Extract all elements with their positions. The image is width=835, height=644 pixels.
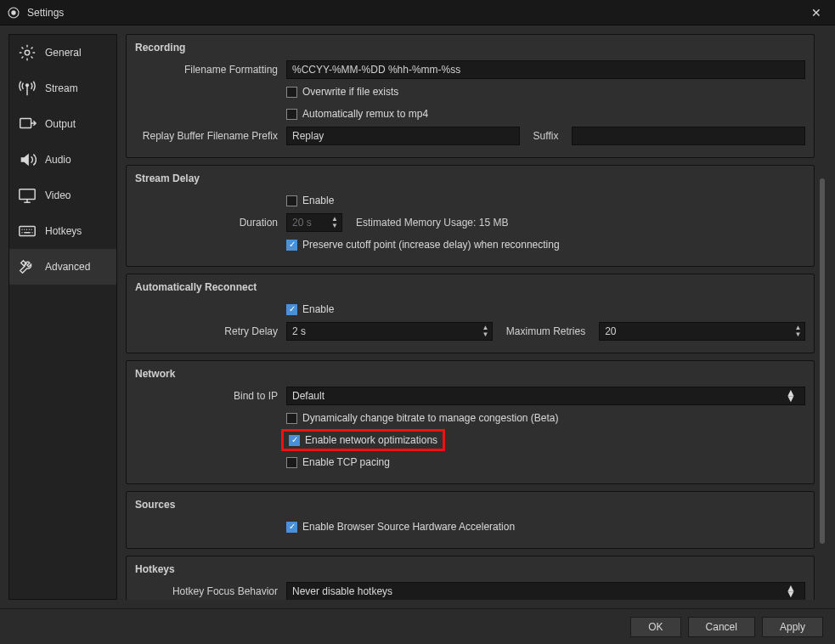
dynamic-bitrate-checkbox[interactable]: Dynamically change bitrate to manage con… <box>286 412 559 424</box>
cancel-button[interactable]: Cancel <box>688 617 755 637</box>
network-section: Network Bind to IP Default▲▼ Dynamically… <box>126 360 815 484</box>
highlighted-option: ✓Enable network optimizations <box>281 429 445 451</box>
sources-section: Sources ✓Enable Browser Source Hardware … <box>126 491 815 549</box>
sidebar-item-general[interactable]: General <box>9 35 116 71</box>
svg-point-1 <box>11 10 15 14</box>
title-bar: Settings ✕ <box>0 0 835 25</box>
replay-prefix-label: Replay Buffer Filename Prefix <box>135 130 286 142</box>
max-retries-label: Maximum Retries <box>499 325 592 337</box>
checkbox-label: Enable <box>302 195 334 206</box>
sidebar-item-label: Video <box>45 189 71 201</box>
sidebar-item-label: Stream <box>45 82 78 94</box>
filename-formatting-input[interactable] <box>286 60 805 79</box>
retry-delay-label: Retry Delay <box>135 325 286 337</box>
section-title: Network <box>135 368 805 380</box>
replay-prefix-input[interactable] <box>286 127 520 145</box>
stream-delay-enable-checkbox[interactable]: Enable <box>286 195 334 206</box>
monitor-icon <box>18 186 37 205</box>
spinner-arrows-icon[interactable]: ▲▼ <box>792 325 804 338</box>
sidebar-item-hotkeys[interactable]: Hotkeys <box>9 213 116 249</box>
dropdown-arrows-icon: ▲▼ <box>786 585 799 597</box>
app-icon <box>7 6 20 20</box>
section-title: Sources <box>135 499 805 511</box>
gear-icon <box>18 43 37 62</box>
sidebar-item-stream[interactable]: Stream <box>9 71 116 106</box>
duration-spinner[interactable]: ▲▼ <box>286 213 342 232</box>
tools-icon <box>18 257 37 276</box>
hotkey-focus-dropdown[interactable]: Never disable hotkeys▲▼ <box>286 582 805 600</box>
sidebar-item-advanced[interactable]: Advanced <box>9 249 116 285</box>
ok-button[interactable]: OK <box>630 617 680 637</box>
sidebar-item-label: Advanced <box>45 261 90 273</box>
svg-rect-6 <box>20 227 35 236</box>
overwrite-checkbox[interactable]: Overwrite if file exists <box>286 86 398 98</box>
antenna-icon <box>18 79 37 98</box>
reconnect-enable-checkbox[interactable]: ✓Enable <box>286 303 334 315</box>
dialog-footer: OK Cancel Apply <box>0 608 835 644</box>
duration-label: Duration <box>135 217 286 229</box>
section-title: Recording <box>135 42 805 54</box>
suffix-label: Suffix <box>527 130 566 142</box>
checkbox-label: Enable <box>302 303 334 315</box>
sidebar-item-label: Audio <box>45 154 71 166</box>
checkbox-label: Dynamically change bitrate to manage con… <box>302 412 559 424</box>
stream-delay-section: Stream Delay Enable Duration ▲▼ Estimate… <box>126 165 815 267</box>
spinner-arrows-icon[interactable]: ▲▼ <box>479 325 492 338</box>
hotkey-focus-label: Hotkey Focus Behavior <box>135 585 286 597</box>
audio-icon <box>18 150 37 169</box>
max-retries-spinner[interactable]: ▲▼ <box>599 322 805 341</box>
sidebar-item-output[interactable]: Output <box>9 106 116 142</box>
checkbox-label: Automatically remux to mp4 <box>302 108 428 120</box>
svg-rect-4 <box>20 119 31 128</box>
filename-formatting-label: Filename Formatting <box>135 64 286 76</box>
section-title: Hotkeys <box>135 563 805 575</box>
sidebar-item-audio[interactable]: Audio <box>9 142 116 178</box>
checkbox-label: Preserve cutoff point (increase delay) w… <box>302 239 560 251</box>
dropdown-arrows-icon: ▲▼ <box>786 390 799 402</box>
section-title: Stream Delay <box>135 172 805 184</box>
hotkeys-section: Hotkeys Hotkey Focus Behavior Never disa… <box>126 556 815 600</box>
sidebar-item-label: Hotkeys <box>45 225 82 237</box>
replay-suffix-input[interactable] <box>572 127 805 145</box>
svg-point-2 <box>25 50 30 55</box>
bind-to-ip-dropdown[interactable]: Default▲▼ <box>286 387 805 405</box>
section-title: Automatically Reconnect <box>135 281 805 293</box>
svg-rect-5 <box>20 189 35 200</box>
settings-content: Recording Filename Formatting Overwrite … <box>126 34 827 600</box>
network-optimizations-checkbox[interactable]: ✓Enable network optimizations <box>289 434 437 446</box>
close-icon[interactable]: ✕ <box>804 3 828 23</box>
output-icon <box>18 115 37 133</box>
checkbox-label: Enable TCP pacing <box>302 456 390 468</box>
bind-to-ip-label: Bind to IP <box>135 390 286 402</box>
checkbox-label: Enable Browser Source Hardware Accelerat… <box>302 521 515 533</box>
auto-remux-checkbox[interactable]: Automatically remux to mp4 <box>286 108 428 120</box>
scrollbar-thumb[interactable] <box>820 178 825 544</box>
preserve-cutoff-checkbox[interactable]: ✓Preserve cutoff point (increase delay) … <box>286 239 560 251</box>
keyboard-icon <box>18 222 37 240</box>
retry-delay-spinner[interactable]: ▲▼ <box>286 322 493 341</box>
checkbox-label: Overwrite if file exists <box>302 86 398 98</box>
browser-hw-accel-checkbox[interactable]: ✓Enable Browser Source Hardware Accelera… <box>286 521 515 533</box>
window-title: Settings <box>27 7 64 19</box>
sidebar-item-video[interactable]: Video <box>9 178 116 213</box>
sidebar-item-label: Output <box>45 118 76 130</box>
spinner-arrows-icon[interactable]: ▲▼ <box>328 216 341 229</box>
estimated-memory-label: Estimated Memory Usage: 15 MB <box>349 217 515 229</box>
checkbox-label: Enable network optimizations <box>305 434 437 446</box>
settings-sidebar: General Stream Output Audio Video Hotkey… <box>8 34 117 600</box>
recording-section: Recording Filename Formatting Overwrite … <box>126 34 815 158</box>
auto-reconnect-section: Automatically Reconnect ✓Enable Retry De… <box>126 274 815 353</box>
apply-button[interactable]: Apply <box>762 617 823 637</box>
sidebar-item-label: General <box>45 47 82 59</box>
tcp-pacing-checkbox[interactable]: Enable TCP pacing <box>286 456 390 468</box>
